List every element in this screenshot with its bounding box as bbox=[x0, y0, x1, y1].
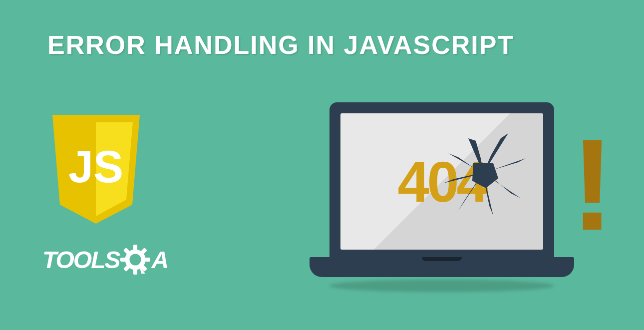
gear-icon bbox=[120, 245, 150, 275]
laptop-frame: 404 bbox=[329, 102, 554, 257]
svg-text:JS: JS bbox=[68, 142, 123, 192]
brand-suffix: A bbox=[151, 246, 168, 274]
svg-rect-5 bbox=[144, 258, 150, 262]
svg-rect-3 bbox=[133, 269, 137, 275]
exclamation-mark: ! bbox=[571, 120, 614, 250]
svg-marker-18 bbox=[472, 163, 498, 188]
crack-icon bbox=[438, 128, 528, 218]
svg-rect-4 bbox=[120, 258, 126, 262]
laptop-base bbox=[310, 257, 574, 277]
svg-rect-2 bbox=[133, 245, 137, 251]
svg-point-1 bbox=[127, 252, 143, 268]
page-title: ERROR HANDLING IN JAVASCRIPT bbox=[47, 30, 514, 60]
brand-prefix: TOOLS bbox=[42, 246, 119, 274]
laptop-shadow bbox=[329, 280, 554, 292]
laptop-screen: 404 bbox=[340, 113, 543, 250]
laptop-illustration: 404 bbox=[310, 102, 574, 292]
toolsqa-logo: TOOLS A bbox=[42, 245, 168, 275]
js-shield-icon: JS bbox=[47, 115, 145, 225]
javascript-logo: JS bbox=[47, 115, 145, 225]
